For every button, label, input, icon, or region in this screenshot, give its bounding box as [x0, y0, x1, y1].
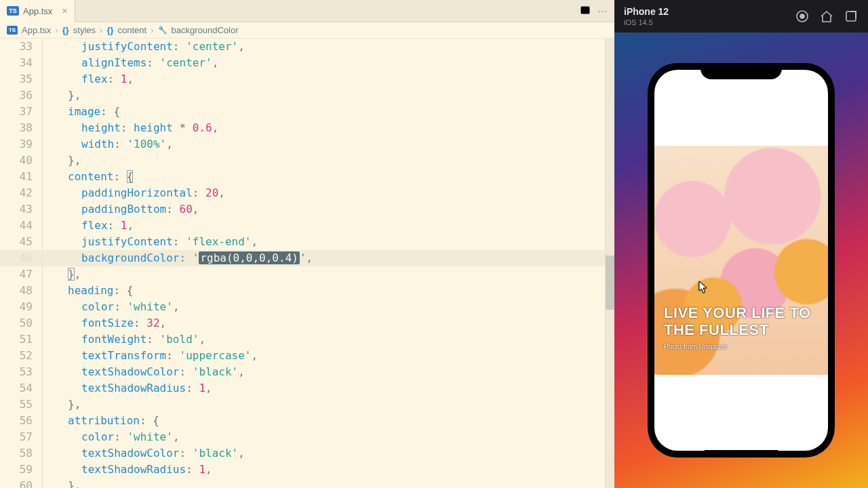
code-line[interactable]: }, [54, 152, 614, 169]
chevron-right-icon: › [151, 25, 153, 35]
line-number: 52 [0, 348, 33, 364]
code-line[interactable]: height: height * 0.6, [54, 120, 614, 136]
typescript-icon: TS [7, 6, 19, 16]
svg-rect-0 [581, 6, 590, 14]
code-line[interactable]: content: { [54, 169, 614, 185]
code-line[interactable]: width: '100%', [54, 136, 614, 152]
code-line[interactable]: flex: 1, [54, 71, 614, 87]
code-line[interactable]: fontSize: 32, [54, 315, 614, 331]
open-external-icon[interactable] [844, 9, 859, 24]
hero-section: LIVE YOUR LIFE TO THE FULLEST Photo from… [654, 146, 828, 374]
line-number: 49 [0, 299, 33, 315]
line-number: 48 [0, 283, 33, 299]
object-icon: {} [62, 25, 69, 35]
tab-app-tsx[interactable]: TS App.tsx × [0, 0, 75, 22]
code-line[interactable]: justifyContent: 'center', [54, 39, 614, 55]
breadcrumb-file[interactable]: App.tsx [22, 25, 51, 35]
svg-point-3 [800, 14, 804, 18]
line-number: 41 [0, 169, 33, 185]
line-number: 35 [0, 71, 33, 87]
code-line[interactable]: textShadowRadius: 1, [54, 462, 614, 478]
line-number: 47 [0, 266, 33, 283]
record-icon[interactable] [795, 9, 810, 24]
os-version: iOS 14.5 [624, 18, 669, 26]
code-line[interactable]: textShadowRadius: 1, [54, 380, 614, 396]
line-number: 56 [0, 413, 33, 429]
tab-filename: App.tsx [23, 6, 52, 16]
line-number: 50 [0, 315, 33, 331]
code-line[interactable]: fontWeight: 'bold', [54, 331, 614, 348]
code-line[interactable]: image: { [54, 104, 614, 120]
object-icon: {} [106, 25, 113, 35]
hero-heading: LIVE YOUR LIFE TO THE FULLEST [664, 304, 818, 339]
hero-attribution: Photo from Unsplash [664, 343, 818, 350]
chevron-right-icon: › [55, 25, 58, 35]
property-icon: 🔧 [158, 26, 167, 35]
code-line[interactable]: color: 'white', [54, 299, 614, 315]
code-line[interactable]: textShadowColor: 'black', [54, 445, 614, 462]
line-number: 44 [0, 218, 33, 234]
line-number: 53 [0, 364, 33, 380]
code-line[interactable]: }, [54, 266, 614, 283]
line-number: 36 [0, 87, 33, 104]
phone-frame: LIVE YOUR LIFE TO THE FULLEST Photo from… [648, 63, 835, 458]
line-number: 38 [0, 120, 33, 136]
code-line[interactable]: heading: { [54, 283, 614, 299]
code-line[interactable]: flex: 1, [54, 218, 614, 234]
line-number: 54 [0, 380, 33, 396]
code-line[interactable]: }, [54, 396, 614, 413]
breadcrumb-content[interactable]: content [118, 25, 147, 35]
code-line[interactable]: color: 'white', [54, 429, 614, 445]
code-line[interactable]: paddingHorizontal: 20, [54, 185, 614, 201]
line-number: 34 [0, 55, 33, 71]
line-number: 58 [0, 445, 33, 462]
simulator-toolbar: iPhone 12 iOS 14.5 [614, 0, 868, 33]
svg-rect-4 [846, 12, 856, 21]
hero-image-balloons [654, 146, 828, 374]
app-root: LIVE YOUR LIFE TO THE FULLEST Photo from… [654, 70, 828, 451]
breadcrumb-backgroundcolor[interactable]: backgroundColor [172, 25, 239, 35]
mouse-cursor-icon [698, 281, 708, 294]
chevron-right-icon: › [100, 25, 102, 35]
code-area[interactable]: 3334353637383940414243444546474849505152… [0, 39, 614, 488]
code-editor-panel: TS App.tsx × ⋯ TS App.tsx › {} styles › … [0, 0, 614, 488]
code-line[interactable]: alignItems: 'center', [54, 55, 614, 71]
breadcrumb[interactable]: TS App.tsx › {} styles › {} content › 🔧 … [0, 22, 614, 39]
line-number: 57 [0, 429, 33, 445]
code-line[interactable]: justifyContent: 'flex-end', [54, 234, 614, 250]
more-icon[interactable]: ⋯ [597, 5, 608, 18]
editor-tab-bar: TS App.tsx × ⋯ [0, 0, 614, 22]
home-icon[interactable] [819, 9, 834, 24]
home-indicator [704, 450, 778, 453]
code-line[interactable]: paddingBottom: 60, [54, 201, 614, 218]
phone-screen[interactable]: LIVE YOUR LIFE TO THE FULLEST Photo from… [654, 70, 828, 451]
line-number: 40 [0, 152, 33, 169]
code-line[interactable]: }, [54, 478, 614, 488]
code-line[interactable]: backgroundColor: 'rgba(0,0,0,0.4)', [54, 250, 614, 266]
typescript-icon: TS [7, 26, 18, 35]
breadcrumb-styles[interactable]: styles [73, 25, 96, 35]
line-number: 37 [0, 104, 33, 120]
device-name: iPhone 12 [624, 6, 669, 17]
line-number: 45 [0, 234, 33, 250]
line-number: 55 [0, 396, 33, 413]
code-line[interactable]: }, [54, 87, 614, 104]
code-line[interactable]: attribution: { [54, 413, 614, 429]
line-number: 60 [0, 478, 33, 488]
line-number: 33 [0, 39, 33, 55]
code-line[interactable]: textShadowColor: 'black', [54, 364, 614, 380]
line-number: 59 [0, 462, 33, 478]
line-number: 51 [0, 331, 33, 348]
code-line[interactable]: textTransform: 'uppercase', [54, 348, 614, 364]
close-icon[interactable]: × [62, 5, 67, 16]
line-number: 39 [0, 136, 33, 152]
split-editor-icon[interactable] [580, 5, 591, 18]
simulator-panel: iPhone 12 iOS 14.5 LIVE YOUR LIFE TO THE… [614, 0, 868, 488]
line-number: 42 [0, 185, 33, 201]
phone-notch [701, 63, 782, 79]
simulator-backdrop: LIVE YOUR LIFE TO THE FULLEST Photo from… [614, 33, 868, 488]
line-number: 43 [0, 201, 33, 218]
